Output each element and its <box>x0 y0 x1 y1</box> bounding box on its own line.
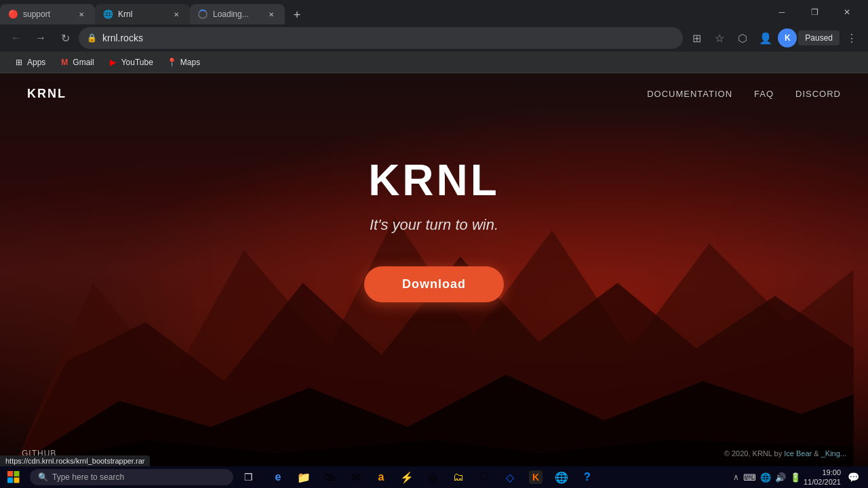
taskbar: 🔍 Type here to search ❒ e 📁 🛍 ✉ a <box>0 466 868 488</box>
back-button[interactable]: ← <box>5 27 27 49</box>
taskbar-amazon[interactable]: a <box>369 466 393 488</box>
chevron-icon[interactable]: ∧ <box>733 472 739 482</box>
taskbar-store[interactable]: 🛍 <box>317 466 342 488</box>
nav-bar: ← → ↻ 🔒 krnl.rocks ⊞ ☆ ⬡ 👤 K Paused ⋮ <box>0 24 868 52</box>
taskbar-help[interactable]: ? <box>575 466 599 488</box>
explorer-icon: 📁 <box>297 471 311 484</box>
store-icon: 🛍 <box>324 471 335 483</box>
gmail-favicon: M <box>59 57 70 68</box>
taskbar-files[interactable]: 🗂 <box>446 466 471 488</box>
footer-author1[interactable]: Ice Bear <box>784 449 812 458</box>
bookmark-apps-label: Apps <box>27 58 45 67</box>
chrome-icon: ◎ <box>428 471 437 484</box>
clock-time: 19:00 <box>804 468 841 477</box>
tab-support-close[interactable]: ✕ <box>76 9 87 20</box>
notification-button[interactable]: 💬 <box>844 468 863 487</box>
taskbar-search-icon: 🔍 <box>38 472 48 482</box>
taskbar-shield[interactable]: 🛡 <box>472 466 496 488</box>
tab-support-title: support <box>23 9 71 19</box>
help-icon: ? <box>584 471 591 483</box>
volume-icon[interactable]: 🔊 <box>775 472 786 483</box>
hero-title: KRNL <box>368 155 500 205</box>
extension-button[interactable]: ⬡ <box>732 27 753 49</box>
minimize-button[interactable]: ─ <box>766 0 797 24</box>
files-icon: 🗂 <box>453 471 464 483</box>
clock-date: 11/02/2021 <box>804 477 841 487</box>
profile-button[interactable]: K <box>778 28 797 47</box>
tab-krnl-close[interactable]: ✕ <box>171 9 182 20</box>
lightning-icon: ⚡ <box>400 471 414 484</box>
tab-loading[interactable]: Loading... ✕ <box>190 4 285 24</box>
status-url: https://cdn.krnl.rocks/krnl_bootstrapper… <box>5 457 144 465</box>
close-button[interactable]: ✕ <box>831 0 863 24</box>
taskbar-chrome[interactable]: ◎ <box>420 466 445 488</box>
taskbar-globe[interactable]: 🌐 <box>549 466 574 488</box>
tab-krnl-title: Krnl <box>118 9 165 19</box>
footer-copyright-text: © 2020, KRNL by <box>724 449 782 458</box>
bookmark-youtube[interactable]: ▶ YouTube <box>102 54 159 70</box>
nav-faq[interactable]: FAQ <box>754 89 774 99</box>
paused-button[interactable]: Paused <box>798 30 840 45</box>
bookmark-maps-label: Maps <box>180 58 200 67</box>
taskbar-search-placeholder: Type here to search <box>52 472 124 482</box>
taskbar-lightning[interactable]: ⚡ <box>395 466 419 488</box>
bookmark-apps[interactable]: ⊞ Apps <box>8 54 51 70</box>
apps-favicon: ⊞ <box>14 57 24 68</box>
browser-window: 🔴 support ✕ 🌐 Krnl ✕ Loading... ✕ + ─ ❐ <box>0 0 868 488</box>
tab-loading-title: Loading... <box>213 9 260 19</box>
taskbar-dropbox[interactable]: ◇ <box>498 466 522 488</box>
bookmark-button[interactable]: ☆ <box>709 27 730 49</box>
maps-favicon: 📍 <box>167 57 178 68</box>
edge-icon: e <box>275 471 281 483</box>
new-tab-button[interactable]: + <box>288 5 307 24</box>
youtube-favicon: ▶ <box>108 57 119 68</box>
svg-rect-4 <box>7 471 13 476</box>
account-button[interactable]: 👤 <box>755 27 776 49</box>
restore-button[interactable]: ❐ <box>799 0 830 24</box>
forward-button[interactable]: → <box>30 27 52 49</box>
start-button[interactable] <box>0 466 27 488</box>
bookmark-gmail-label: Gmail <box>73 58 94 67</box>
svg-rect-5 <box>14 471 20 476</box>
footer-author2[interactable]: _King... <box>821 449 846 458</box>
taskbar-search[interactable]: 🔍 Type here to search <box>30 469 233 485</box>
battery-icon: 🔋 <box>790 472 801 483</box>
taskbar-mail[interactable]: ✉ <box>343 466 368 488</box>
url-text: krnl.rocks <box>102 33 675 43</box>
nav-documentation[interactable]: DOCUMENTATION <box>647 89 732 99</box>
tab-support[interactable]: 🔴 support ✕ <box>0 4 95 24</box>
network-icon[interactable]: 🌐 <box>760 472 771 483</box>
tabs-area: 🔴 support ✕ 🌐 Krnl ✕ Loading... ✕ + <box>0 0 766 24</box>
bookmarks-bar: ⊞ Apps M Gmail ▶ YouTube 📍 Maps <box>0 52 868 73</box>
taskview-icon: ❒ <box>244 472 253 483</box>
bookmark-gmail[interactable]: M Gmail <box>54 54 99 70</box>
nav-actions: ⊞ ☆ ⬡ 👤 K Paused ⋮ <box>686 27 863 49</box>
nav-discord[interactable]: DISCORD <box>795 89 841 99</box>
lock-icon: 🔒 <box>87 33 97 43</box>
globe-icon: 🌐 <box>555 471 568 484</box>
tab-support-favicon: 🔴 <box>8 9 18 19</box>
website-content: KRNL DOCUMENTATION FAQ DISCORD KRNL It's… <box>0 73 868 466</box>
taskbar-explorer[interactable]: 📁 <box>292 466 316 488</box>
dropbox-icon: ◇ <box>506 471 514 484</box>
taskbar-apps: e 📁 🛍 ✉ a ⚡ ◎ 🗂 🛡 <box>266 466 733 488</box>
status-bar: https://cdn.krnl.rocks/krnl_bootstrapper… <box>0 455 150 466</box>
taskbar-taskview[interactable]: ❒ <box>236 466 260 488</box>
bookmark-maps[interactable]: 📍 Maps <box>161 54 205 70</box>
tab-grid-button[interactable]: ⊞ <box>686 27 707 49</box>
window-controls: ─ ❐ ✕ <box>766 0 868 24</box>
menu-button[interactable]: ⋮ <box>841 27 863 49</box>
taskbar-edge[interactable]: e <box>266 466 290 488</box>
amazon-icon: a <box>378 471 384 483</box>
footer-separator: & <box>814 449 821 458</box>
keyboard-icon: ⌨ <box>743 472 756 483</box>
shield-icon: 🛡 <box>479 471 490 483</box>
tab-krnl[interactable]: 🌐 Krnl ✕ <box>95 4 190 24</box>
address-bar[interactable]: 🔒 krnl.rocks <box>79 27 683 49</box>
taskbar-krnl[interactable]: K <box>524 466 548 488</box>
tab-loading-spinner <box>198 9 208 19</box>
taskbar-clock[interactable]: 19:00 11/02/2021 <box>804 468 841 487</box>
reload-button[interactable]: ↻ <box>54 27 76 49</box>
tab-loading-close[interactable]: ✕ <box>266 9 277 20</box>
download-button[interactable]: Download <box>364 266 504 302</box>
